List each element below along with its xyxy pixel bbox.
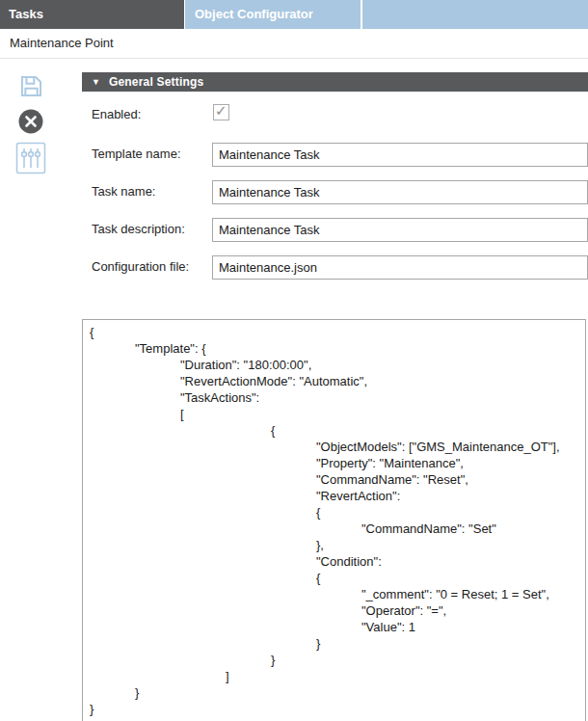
- template-name-input[interactable]: [212, 143, 588, 167]
- breadcrumb: Maintenance Point: [10, 36, 114, 50]
- configuration-file-input[interactable]: [212, 255, 588, 280]
- enabled-checkbox[interactable]: ✓: [213, 104, 229, 120]
- check-icon: ✓: [215, 102, 227, 120]
- task-name-input[interactable]: [212, 180, 588, 204]
- tab-tasks-label: Tasks: [9, 7, 43, 21]
- task-name-label: Task name:: [92, 184, 155, 199]
- tab-separator: [361, 0, 362, 29]
- sliders-icon: [15, 163, 46, 177]
- tab-tasks[interactable]: Tasks: [0, 0, 185, 29]
- configuration-json-editor[interactable]: { "Template": { "Duration": "180:00:00",…: [82, 319, 586, 721]
- configuration-json-text[interactable]: { "Template": { "Duration": "180:00:00",…: [90, 324, 585, 717]
- tab-bar: Tasks Object Configurator: [0, 0, 588, 29]
- tab-object-configurator-label: Object Configurator: [195, 7, 313, 21]
- cancel-icon: [17, 123, 44, 138]
- cancel-button[interactable]: [17, 108, 44, 135]
- save-icon: [18, 88, 44, 102]
- task-description-input[interactable]: [212, 218, 588, 242]
- tab-object-configurator[interactable]: Object Configurator: [186, 0, 361, 29]
- save-button[interactable]: [18, 73, 44, 99]
- collapse-triangle-icon[interactable]: ▼: [92, 78, 100, 87]
- enabled-label: Enabled:: [92, 107, 141, 121]
- header-divider: [0, 58, 588, 59]
- advanced-settings-button[interactable]: [15, 142, 46, 174]
- section-title: General Settings: [109, 75, 204, 89]
- task-description-label: Task description:: [92, 222, 185, 236]
- section-header-general-settings[interactable]: ▼ General Settings: [82, 72, 588, 92]
- configuration-file-label: Configuration file:: [92, 259, 189, 274]
- app-window: Tasks Object Configurator Maintenance Po…: [0, 0, 588, 721]
- template-name-label: Template name:: [92, 147, 181, 161]
